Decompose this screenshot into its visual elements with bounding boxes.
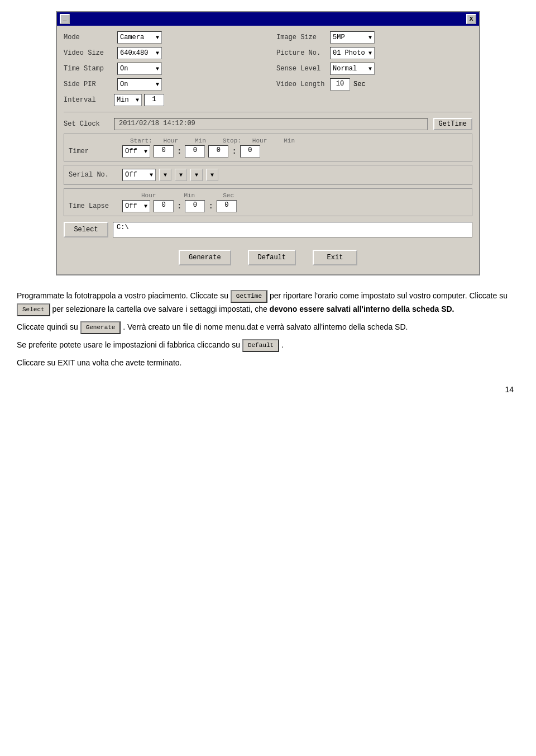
gettime-button[interactable]: GetTime <box>433 118 472 130</box>
timestamp-label: Time Stamp <box>64 65 114 73</box>
sense-level-col: Sense Level Normal ▼ <box>276 63 472 75</box>
min-label-stop: Min <box>284 137 295 144</box>
sidepir-value: On <box>120 80 128 88</box>
para-5: Cliccare su EXIT una volta che avete ter… <box>17 356 519 369</box>
interval-value-input[interactable]: 1 <box>144 94 164 106</box>
path-display: C:\ <box>113 222 472 237</box>
timelapse-value: Off <box>125 202 137 210</box>
video-length-unit: Sec <box>353 80 366 88</box>
sense-level-dropdown[interactable]: Normal ▼ <box>330 63 375 75</box>
timer-section: Start: Hour Min Stop: Hour Min Timer Off… <box>64 134 472 161</box>
timelapse-dropdown[interactable]: Off ▼ <box>122 200 150 212</box>
camera-window: _ X Mode Camera ▼ <box>56 11 480 275</box>
bottom-buttons: Generate Default Exit <box>64 246 472 269</box>
spin-btn-2[interactable]: ▼ <box>175 169 187 181</box>
para3-after: . Verrà creato un file di nome menu.dat … <box>123 322 408 331</box>
spin-btn-3[interactable]: ▼ <box>190 169 203 181</box>
picture-no-value: 01 Photo <box>333 49 365 57</box>
timer-stop-min-input[interactable]: 0 <box>240 145 260 158</box>
picture-no-label: Picture No. <box>276 49 327 57</box>
video-length-input[interactable]: 10 <box>330 78 350 91</box>
timer-stop-hour-input[interactable]: 0 <box>208 145 228 158</box>
titlebar-left-buttons: _ <box>60 14 70 24</box>
para4-after: . <box>281 340 284 349</box>
select-button[interactable]: Select <box>64 222 108 237</box>
divider-1 <box>64 112 472 112</box>
serial-no-value: Off <box>125 171 137 179</box>
mode-col: Mode Camera ▼ <box>64 31 260 44</box>
select-inline-button: Select <box>17 303 50 317</box>
tl-hour-label: Hour <box>141 192 156 199</box>
window-body: Mode Camera ▼ Image Size 5MP ▼ <box>57 26 479 274</box>
spin-btn-4[interactable]: ▼ <box>206 169 218 181</box>
video-length-label: Video Length <box>276 80 327 88</box>
timestamp-arrow-icon: ▼ <box>156 66 159 72</box>
settings-grid: Mode Camera ▼ Image Size 5MP ▼ <box>64 31 472 269</box>
sense-level-value: Normal <box>333 65 357 73</box>
clock-display: 2011/02/18 14:12:09 <box>114 118 428 130</box>
serial-arrow-icon: ▼ <box>150 172 153 178</box>
mode-row: Mode Camera ▼ Image Size 5MP ▼ <box>64 31 472 44</box>
timer-label: Timer <box>69 148 119 155</box>
timer-stop-colon: : <box>232 147 236 156</box>
para2-bold: devono essere salvati all'interno della … <box>270 305 454 313</box>
sidepir-row: Side PIR On ▼ Video Length 10 Sec <box>64 78 472 91</box>
interval-unit-value: Min <box>117 96 129 104</box>
para4-before: Se preferite potete usare le impostazion… <box>17 340 240 349</box>
sidepir-col: Side PIR On ▼ <box>64 78 260 91</box>
video-size-col: Video Size 640x480 ▼ <box>64 47 260 59</box>
tl-hour-input[interactable]: 0 <box>154 200 174 212</box>
mode-value: Camera <box>120 34 144 41</box>
timestamp-row: Time Stamp On ▼ Sense Level Normal ▼ <box>64 63 472 75</box>
serial-no-dropdown[interactable]: Off ▼ <box>122 169 156 181</box>
tl-min-label: Min <box>184 192 195 199</box>
stop-label: Stop: <box>223 137 241 144</box>
picture-no-dropdown[interactable]: 01 Photo ▼ <box>330 47 375 59</box>
sidepir-videolength-cols: Side PIR On ▼ Video Length 10 Sec <box>64 78 472 91</box>
interval-controls: Min ▼ 1 <box>114 94 164 106</box>
timer-start-hour-input[interactable]: 0 <box>154 145 174 158</box>
page-container: _ X Mode Camera ▼ <box>0 0 536 411</box>
video-size-picture-cols: Video Size 640x480 ▼ Picture No. 01 Phot… <box>64 47 472 59</box>
timer-start-min-input[interactable]: 0 <box>185 145 205 158</box>
page-number: 14 <box>11 379 525 400</box>
timestamp-senselevel-cols: Time Stamp On ▼ Sense Level Normal ▼ <box>64 63 472 75</box>
timestamp-dropdown[interactable]: On ▼ <box>117 63 162 75</box>
image-size-dropdown[interactable]: 5MP ▼ <box>330 31 375 44</box>
interval-unit-dropdown[interactable]: Min ▼ <box>114 94 142 106</box>
timelapse-controls: Time Lapse Off ▼ 0 : 0 : 0 <box>69 200 467 212</box>
mode-dropdown[interactable]: Camera ▼ <box>117 31 162 44</box>
tl-min-input[interactable]: 0 <box>185 200 205 212</box>
gettime-inline-button: GetTime <box>231 290 267 303</box>
timelapse-arrow-icon: ▼ <box>144 203 147 210</box>
mode-arrow-icon: ▼ <box>156 35 159 41</box>
para-4: Se preferite potete usare le impostazion… <box>17 339 519 352</box>
para1-after: per riportare l'orario come impostato su… <box>270 291 508 300</box>
tl-sec-input[interactable]: 0 <box>217 200 237 212</box>
image-size-value: 5MP <box>333 34 345 41</box>
timelapse-section: Hour Min Sec Time Lapse Off ▼ 0 : 0 : <box>64 188 472 216</box>
sidepir-dropdown[interactable]: On ▼ <box>117 78 162 91</box>
timestamp-value: On <box>120 65 128 73</box>
spin-btn-1[interactable]: ▼ <box>159 169 171 181</box>
interval-row: Interval Min ▼ 1 <box>64 94 472 106</box>
minimize-button[interactable]: _ <box>60 14 70 24</box>
default-button[interactable]: Default <box>248 250 296 265</box>
timestamp-col: Time Stamp On ▼ <box>64 63 260 75</box>
timer-arrow-icon: ▼ <box>144 149 147 155</box>
generate-button[interactable]: Generate <box>179 250 231 265</box>
timer-controls: Timer Off ▼ 0 : 0 0 : 0 <box>69 145 467 158</box>
exit-button[interactable]: Exit <box>313 250 357 265</box>
serial-section: Serial No. Off ▼ ▼ ▼ ▼ ▼ <box>64 165 472 185</box>
image-size-col: Image Size 5MP ▼ <box>276 31 472 44</box>
close-button[interactable]: X <box>466 14 476 24</box>
sense-level-label: Sense Level <box>276 65 327 73</box>
timer-dropdown[interactable]: Off ▼ <box>122 145 150 158</box>
mode-label: Mode <box>64 34 114 41</box>
para-3: Cliccate quindi su Generate . Verrà crea… <box>17 321 519 334</box>
window-titlebar: _ X <box>57 12 479 26</box>
video-size-dropdown[interactable]: 640x480 ▼ <box>117 47 162 59</box>
set-clock-controls: 2011/02/18 14:12:09 GetTime <box>114 118 472 130</box>
default-inline-button: Default <box>242 339 279 353</box>
interval-label: Interval <box>64 96 114 104</box>
